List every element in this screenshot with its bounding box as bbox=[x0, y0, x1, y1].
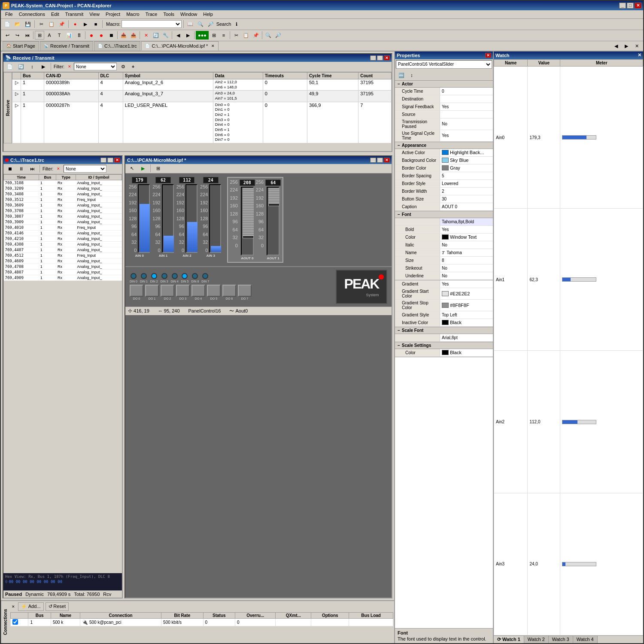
tb2-4[interactable]: ⊞ bbox=[35, 31, 44, 39]
conn-close-btn[interactable]: ✕ bbox=[10, 604, 16, 610]
watch-close-btn[interactable]: ✕ bbox=[638, 52, 641, 58]
tab-start-page[interactable]: 🏠 Start Page bbox=[3, 41, 39, 51]
prop-component-combo[interactable]: PanelControl16 VerticalSlider bbox=[396, 60, 492, 69]
trace-table-row[interactable]: 769,4407 1 Rx Analog_Input_ bbox=[4, 247, 122, 252]
minimize-button[interactable]: _ bbox=[619, 3, 626, 9]
do-button-4[interactable] bbox=[191, 285, 205, 297]
macro-combo[interactable] bbox=[122, 20, 182, 28]
tb2-7[interactable]: 📊 bbox=[64, 31, 74, 39]
prop-scale-font-header[interactable]: Scale Font bbox=[395, 327, 493, 334]
watch-tab-1[interactable]: Watch 2 bbox=[524, 636, 549, 643]
menu-project[interactable]: Project bbox=[103, 11, 123, 18]
conn-col-options[interactable]: Options bbox=[311, 612, 349, 618]
trace-filter-clear[interactable]: ✕ bbox=[55, 165, 62, 172]
tb2-2[interactable]: ↪ bbox=[12, 31, 22, 39]
tb2-10[interactable]: 📥 bbox=[119, 31, 128, 39]
do-btn-7[interactable]: DO 7 bbox=[238, 285, 252, 300]
recv-tb-3[interactable]: ↕ bbox=[27, 62, 37, 71]
recv-expand-cell[interactable]: ▷ bbox=[12, 79, 21, 90]
trace-col-id[interactable]: ID / Symbol bbox=[76, 174, 122, 180]
tb-info[interactable]: ℹ bbox=[232, 20, 241, 28]
do-btn-2[interactable]: DO 2 bbox=[161, 285, 174, 300]
tb2-17[interactable]: ⊞ bbox=[209, 31, 219, 39]
tb-new[interactable]: 📄 bbox=[3, 20, 12, 28]
panel-tb-run[interactable]: ▶ bbox=[138, 164, 148, 173]
tb2-20[interactable]: 📋 bbox=[241, 31, 251, 39]
prop-scale-settings-header[interactable]: Scale Settings bbox=[395, 342, 493, 349]
tb2-rec2[interactable]: ● bbox=[97, 31, 106, 39]
recv-add-btn[interactable]: + bbox=[130, 63, 137, 70]
recv-tb-1[interactable]: 📄 bbox=[5, 62, 15, 71]
recv-expand-cell[interactable]: ▷ bbox=[12, 102, 21, 143]
col-symbol[interactable]: Symbol bbox=[123, 72, 213, 79]
menu-view[interactable]: View bbox=[87, 11, 102, 18]
col-canid[interactable]: CAN-ID bbox=[44, 72, 98, 79]
trace-table-row[interactable]: 769,3408 1 Rx Analog_Input_ bbox=[4, 191, 122, 197]
trace-table-row[interactable]: 769,3708 1 Rx Analog_Input_ bbox=[4, 208, 122, 213]
watch-col-name[interactable]: Name bbox=[494, 59, 528, 66]
trace-col-bus[interactable]: Bus bbox=[39, 174, 56, 180]
recv-filter-combo[interactable]: None bbox=[74, 63, 117, 70]
aout1-slider[interactable] bbox=[267, 187, 279, 255]
do-btn-5[interactable]: DO 5 bbox=[207, 285, 221, 300]
recv-filter-clear[interactable]: ✕ bbox=[66, 63, 73, 70]
trace-table-row[interactable]: 769,4609 1 Rx Analog_Input_ bbox=[4, 258, 122, 264]
prop-content[interactable]: Actor Cycle Time 0 Destination Signal Fe… bbox=[395, 81, 493, 628]
do-btn-1[interactable]: DO 1 bbox=[145, 285, 159, 300]
AIN 3-slider[interactable] bbox=[209, 184, 221, 253]
col-timeouts[interactable]: Timeouts bbox=[263, 72, 307, 79]
menu-file[interactable]: File bbox=[3, 11, 15, 18]
tab-trace[interactable]: 📄 C:\...\Trace1.trc bbox=[94, 41, 140, 51]
do-btn-6[interactable]: DO 6 bbox=[222, 285, 236, 300]
menu-transmit[interactable]: Transmit bbox=[63, 11, 86, 18]
trace-table-row[interactable]: 769,4512 1 Rx Freq_Input bbox=[4, 252, 122, 258]
trace-close-btn[interactable]: ✕ bbox=[114, 158, 120, 163]
tb-search[interactable]: 🔎 bbox=[206, 20, 216, 28]
tb-stop[interactable]: ■ bbox=[91, 20, 100, 28]
watch-tab-3[interactable]: Watch 4 bbox=[573, 636, 598, 643]
do-btn-4[interactable]: DO 4 bbox=[191, 285, 205, 300]
trace-table-container[interactable]: Time Bus Type ID / Symbol 769,3108 1 Rx … bbox=[3, 174, 122, 573]
trace-table-row[interactable]: 769,4210 1 Rx Analog_Input_ bbox=[4, 236, 122, 241]
col-dlc[interactable]: DLC bbox=[98, 72, 123, 79]
trace-tb-3[interactable]: ⏭ bbox=[27, 164, 37, 173]
tb2-6[interactable]: T bbox=[55, 31, 64, 39]
close-button[interactable]: ✕ bbox=[635, 3, 641, 9]
tb2-15[interactable]: ▶ bbox=[183, 31, 193, 39]
tab-scroll-left[interactable]: ◀ bbox=[611, 42, 621, 51]
recv-tb-4[interactable]: ▶ bbox=[39, 62, 48, 71]
trace-min-btn[interactable]: _ bbox=[100, 158, 106, 163]
recv-filter-config[interactable]: ⚙ bbox=[118, 62, 128, 71]
tb2-16[interactable]: ●●● bbox=[196, 31, 209, 39]
tb2-8[interactable]: 🎚 bbox=[74, 31, 84, 39]
prop-sort-alpha[interactable]: 🔤 bbox=[397, 71, 406, 79]
panel-close-btn[interactable]: ✕ bbox=[384, 158, 390, 163]
trace-table-row[interactable]: 769,3609 1 Rx Analog_Input_ bbox=[4, 202, 122, 208]
conn-col-connection[interactable]: Connection bbox=[80, 612, 161, 618]
AIN 0-slider[interactable] bbox=[138, 184, 150, 253]
col-cycletime[interactable]: Cycle Time bbox=[307, 72, 358, 79]
menu-connections[interactable]: Connections bbox=[16, 11, 48, 18]
prop-actor-header[interactable]: Actor bbox=[395, 81, 493, 88]
tb-open[interactable]: 📂 bbox=[13, 20, 22, 28]
menu-help[interactable]: Help bbox=[200, 11, 216, 18]
aout0-marker[interactable] bbox=[243, 236, 254, 238]
conn-col-qxmt[interactable]: QXmt... bbox=[276, 612, 311, 618]
trace-tb-2[interactable]: ⏸ bbox=[16, 164, 26, 173]
aout0-slider[interactable] bbox=[241, 187, 254, 255]
trace-table-row[interactable]: 769,4708 1 Rx Analog_Input_ bbox=[4, 264, 122, 269]
watch-table-row[interactable]: Ain2 112,0 bbox=[494, 351, 643, 493]
AIN 2-slider[interactable] bbox=[185, 184, 197, 253]
col-count[interactable]: Count bbox=[358, 72, 392, 79]
do-button-5[interactable] bbox=[207, 285, 221, 297]
tb2-23[interactable]: 🔎 bbox=[273, 31, 283, 39]
watch-table-row[interactable]: Ain3 24,0 bbox=[494, 493, 643, 635]
menu-window[interactable]: Window bbox=[178, 11, 200, 18]
tb-record[interactable]: ● bbox=[70, 20, 80, 28]
watch-col-meter[interactable]: Meter bbox=[560, 59, 643, 66]
maximize-button[interactable]: □ bbox=[627, 3, 634, 9]
trace-table-row[interactable]: 769,4308 1 Rx Analog_Input_ bbox=[4, 241, 122, 247]
trace-col-type[interactable]: Type bbox=[56, 174, 76, 180]
conn-reset-btn[interactable]: ↺ Reset bbox=[46, 602, 69, 611]
watch-tab-0[interactable]: ⟳ Watch 1 bbox=[494, 636, 524, 643]
